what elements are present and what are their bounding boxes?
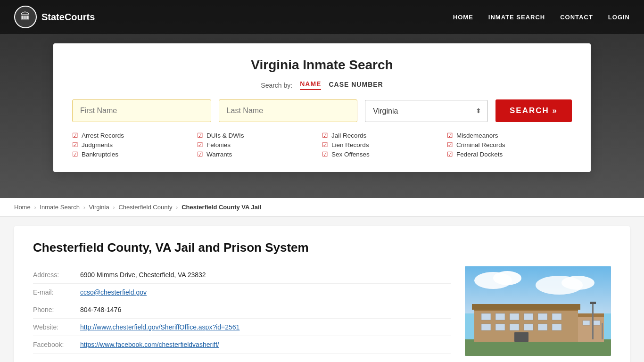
email-link[interactable]: ccso@chesterfield.gov (80, 288, 147, 296)
breadcrumb-sep-1: › (34, 205, 36, 210)
check-federal-dockets: ☑ Federal Dockets (447, 150, 572, 158)
check-arrest-records: ☑ Arrest Records (72, 132, 197, 139)
nav-links: HOME INMATE SEARCH CONTACT LOGIN (453, 14, 630, 21)
logo-icon: 🏛 (14, 6, 37, 28)
check-icon: ☑ (322, 132, 328, 139)
check-icon: ☑ (72, 141, 78, 148)
svg-rect-19 (524, 324, 533, 330)
svg-rect-23 (578, 313, 604, 317)
info-row-email: E-mail: ccso@chesterfield.gov (33, 284, 451, 301)
svg-rect-16 (481, 324, 491, 330)
check-sex-offenses: ☑ Sex Offenses (322, 150, 447, 158)
email-label: E-mail: (33, 288, 80, 296)
search-title: Virginia Inmate Search (72, 58, 572, 73)
checks-grid: ☑ Arrest Records ☑ DUIs & DWIs ☑ Jail Re… (72, 132, 572, 158)
breadcrumb: Home › Inmate Search › Virginia › Cheste… (0, 198, 644, 217)
svg-point-5 (561, 276, 594, 290)
phone-label: Phone: (33, 306, 80, 313)
svg-rect-21 (552, 324, 561, 330)
breadcrumb-chesterfield-county[interactable]: Chesterfield County (118, 204, 172, 211)
check-label: Arrest Records (82, 132, 124, 139)
nav-contact[interactable]: CONTACT (560, 14, 593, 21)
tab-case-number[interactable]: CASE NUMBER (329, 81, 383, 90)
check-icon: ☑ (447, 132, 453, 139)
check-icon: ☑ (197, 141, 203, 148)
check-icon: ☑ (322, 141, 328, 148)
check-label: Warrants (206, 151, 232, 158)
breadcrumb-home[interactable]: Home (14, 204, 31, 211)
facebook-link[interactable]: https://www.facebook.com/chesterfieldvas… (80, 341, 219, 348)
svg-rect-24 (583, 321, 590, 325)
nav-home[interactable]: HOME (453, 14, 473, 21)
svg-rect-13 (524, 313, 533, 320)
search-card: Virginia Inmate Search Search by: NAME C… (53, 43, 591, 172)
svg-point-3 (493, 271, 521, 285)
check-icon: ☑ (447, 141, 453, 148)
svg-rect-17 (495, 324, 505, 330)
website-link[interactable]: http://www.chesterfield.gov/SheriffOffic… (80, 323, 239, 331)
check-duis-dwis: ☑ DUIs & DWIs (197, 132, 322, 139)
first-name-input[interactable] (72, 99, 211, 122)
check-icon: ☑ (197, 150, 203, 158)
check-label: Bankruptcies (82, 151, 118, 158)
svg-rect-9 (472, 304, 580, 310)
search-inputs-row: Virginia AlabamaAlaskaArizona ArkansasCa… (72, 99, 572, 122)
check-misdemeanors: ☑ Misdemeanors (447, 132, 572, 139)
check-label: Lien Records (331, 141, 369, 148)
search-button[interactable]: SEARCH » (495, 99, 572, 122)
search-by-row: Search by: NAME CASE NUMBER (72, 80, 572, 90)
website-label: Website: (33, 323, 80, 331)
check-criminal-records: ☑ Criminal Records (447, 141, 572, 148)
check-label: Criminal Records (456, 141, 505, 148)
site-name: StateCourts (41, 12, 95, 23)
breadcrumb-sep-3: › (113, 205, 115, 210)
tab-name[interactable]: NAME (300, 80, 321, 90)
nav-login[interactable]: LOGIN (608, 14, 630, 21)
address-value: 6900 Mimms Drive, Chesterfield, VA 23832 (80, 271, 206, 279)
info-row-phone: Phone: 804-748-1476 (33, 301, 451, 319)
check-label: Misdemeanors (456, 132, 498, 139)
check-label: Jail Records (331, 132, 366, 139)
check-icon: ☑ (72, 150, 78, 158)
hero-section: COURTHOUSE 🏛 StateCourts HOME INMATE SEA… (0, 0, 644, 198)
svg-rect-22 (578, 316, 604, 342)
svg-rect-20 (538, 324, 547, 330)
svg-rect-25 (593, 321, 600, 325)
check-label: Sex Offenses (331, 151, 370, 158)
check-label: DUIs & DWIs (206, 132, 244, 139)
check-warrants: ☑ Warrants (197, 150, 322, 158)
phone-value: 804-748-1476 (80, 306, 121, 313)
facility-title: Chesterfield County, VA Jail and Prison … (33, 240, 611, 255)
breadcrumb-current: Chesterfield County VA Jail (182, 204, 261, 211)
svg-rect-28 (590, 302, 596, 304)
site-logo[interactable]: 🏛 StateCourts (14, 6, 95, 28)
facility-image-svg (465, 266, 611, 356)
svg-rect-27 (592, 302, 594, 339)
breadcrumb-inmate-search[interactable]: Inmate Search (40, 204, 80, 211)
info-row-website: Website: http://www.chesterfield.gov/She… (33, 319, 451, 336)
check-jail-records: ☑ Jail Records (322, 132, 447, 139)
check-lien-records: ☑ Lien Records (322, 141, 447, 148)
info-row-address: Address: 6900 Mimms Drive, Chesterfield,… (33, 266, 451, 284)
svg-rect-12 (510, 313, 519, 320)
address-label: Address: (33, 271, 80, 279)
check-label: Federal Dockets (456, 151, 503, 158)
content-body: Address: 6900 Mimms Drive, Chesterfield,… (33, 266, 611, 356)
facility-image (465, 266, 611, 356)
breadcrumb-virginia[interactable]: Virginia (89, 204, 109, 211)
check-bankruptcies: ☑ Bankruptcies (72, 150, 197, 158)
svg-rect-14 (538, 313, 547, 320)
svg-rect-15 (552, 313, 561, 320)
facebook-label: Facebook: (33, 341, 80, 348)
info-row-facebook: Facebook: https://www.facebook.com/chest… (33, 336, 451, 354)
svg-rect-18 (510, 324, 519, 330)
state-select-wrap: Virginia AlabamaAlaskaArizona ArkansasCa… (365, 100, 488, 122)
breadcrumb-sep-4: › (176, 205, 178, 210)
nav-inmate-search[interactable]: INMATE SEARCH (488, 14, 545, 21)
last-name-input[interactable] (219, 99, 358, 122)
breadcrumb-sep-2: › (83, 205, 85, 210)
check-icon: ☑ (72, 132, 78, 139)
content-card: Chesterfield County, VA Jail and Prison … (14, 226, 630, 362)
svg-rect-29 (602, 323, 603, 339)
state-select[interactable]: Virginia AlabamaAlaskaArizona ArkansasCa… (365, 100, 488, 122)
